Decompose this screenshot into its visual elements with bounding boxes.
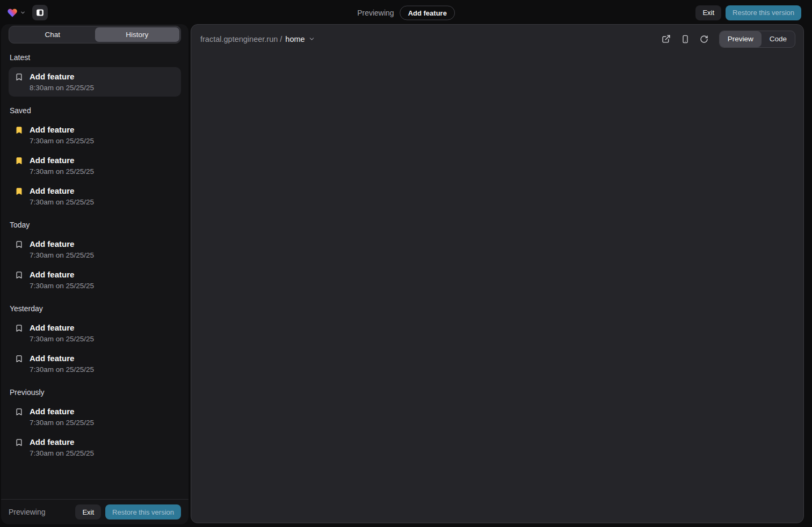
history-item-title: Add feature — [30, 125, 94, 134]
history-item-timestamp: 7:30am on 25/25/25 — [30, 167, 94, 175]
mobile-icon — [681, 35, 690, 43]
topbar: Previewing Add feature Exit Restore this… — [0, 0, 812, 25]
history-item-timestamp: 7:30am on 25/25/25 — [30, 419, 94, 427]
previewing-label: Previewing — [357, 9, 394, 17]
history-item[interactable]: Add feature7:30am on 25/25/25 — [9, 349, 181, 378]
history-sidebar: Chat History LatestAdd feature8:30am on … — [1, 24, 189, 524]
bookmark-filled-icon — [15, 126, 23, 134]
breadcrumb[interactable]: fractal.gptengineer.run / home — [200, 35, 315, 43]
tab-preview[interactable]: Preview — [720, 31, 762, 47]
history-item[interactable]: Add feature7:30am on 25/25/25 — [9, 402, 181, 431]
tab-history[interactable]: History — [95, 27, 180, 42]
topbar-right: Exit Restore this version — [695, 5, 801, 20]
history-list: LatestAdd feature8:30am on 25/25/25Saved… — [1, 43, 189, 499]
history-item[interactable]: Add feature8:30am on 25/25/25 — [9, 67, 181, 97]
refresh-icon — [700, 35, 708, 43]
history-item-timestamp: 7:30am on 25/25/25 — [30, 137, 94, 145]
restore-version-button[interactable]: Restore this version — [726, 5, 801, 20]
lovable-heart-logo-icon[interactable] — [6, 8, 18, 18]
sidebar-tabbar: Chat History — [9, 26, 181, 43]
history-item-timestamp: 7:30am on 25/25/25 — [30, 198, 94, 206]
breadcrumb-chevron-down-icon — [308, 35, 315, 42]
bookmark-outline-icon — [15, 438, 23, 447]
sidebar-footer: Previewing Exit Restore this version — [1, 499, 189, 524]
bookmark-outline-icon — [15, 240, 23, 248]
preview-header-actions: Preview Code — [661, 31, 795, 48]
history-item[interactable]: Add feature7:30am on 25/25/25 — [9, 265, 181, 295]
history-item-timestamp: 7:30am on 25/25/25 — [30, 251, 94, 259]
history-item-title: Add feature — [30, 270, 94, 279]
preview-panel: fractal.gptengineer.run / home — [191, 24, 804, 523]
open-in-new-tab-button[interactable] — [661, 33, 672, 45]
bookmark-outline-icon — [15, 73, 23, 81]
breadcrumb-domain: fractal.gptengineer.run / — [200, 35, 282, 43]
history-item-title: Add feature — [30, 437, 94, 447]
history-item-title: Add feature — [30, 156, 94, 165]
exit-button[interactable]: Exit — [695, 5, 721, 20]
external-link-icon — [662, 34, 671, 43]
section-title: Previously — [10, 388, 180, 397]
history-item-title: Add feature — [30, 239, 94, 248]
tab-chat[interactable]: Chat — [10, 27, 95, 42]
breadcrumb-page: home — [285, 35, 305, 43]
history-item-timestamp: 7:30am on 25/25/25 — [30, 282, 94, 290]
history-item-timestamp: 7:30am on 25/25/25 — [30, 335, 94, 343]
history-item-timestamp: 8:30am on 25/25/25 — [30, 84, 94, 92]
history-item-title: Add feature — [30, 72, 94, 81]
section-title: Today — [10, 221, 180, 229]
history-item-title: Add feature — [30, 323, 94, 332]
bookmark-filled-icon — [15, 187, 23, 195]
history-item[interactable]: Add feature7:30am on 25/25/25 — [9, 318, 181, 348]
history-item[interactable]: Add feature7:30am on 25/25/25 — [9, 151, 181, 180]
section-title: Latest — [10, 53, 180, 62]
bookmark-outline-icon — [15, 355, 23, 363]
version-name-pill[interactable]: Add feature — [400, 5, 455, 20]
mobile-view-button[interactable] — [680, 34, 691, 45]
sidebar-toggle-button[interactable] — [32, 5, 48, 20]
panel-left-icon — [35, 8, 45, 17]
footer-exit-button[interactable]: Exit — [75, 504, 101, 519]
history-item-title: Add feature — [30, 354, 94, 363]
logo-chevron-down-icon[interactable] — [20, 10, 26, 16]
history-item[interactable]: Add feature7:30am on 25/25/25 — [9, 181, 181, 211]
preview-code-toggle: Preview Code — [719, 31, 795, 48]
refresh-button[interactable] — [699, 34, 709, 45]
history-item[interactable]: Add feature7:30am on 25/25/25 — [9, 433, 181, 462]
bookmark-outline-icon — [15, 271, 23, 279]
footer-previewing-label: Previewing — [9, 508, 45, 516]
footer-restore-version-button[interactable]: Restore this version — [105, 504, 181, 519]
preview-header: fractal.gptengineer.run / home — [191, 25, 803, 53]
bookmark-filled-icon — [15, 157, 23, 165]
bookmark-outline-icon — [15, 324, 23, 332]
topbar-left — [6, 5, 48, 20]
history-item-timestamp: 7:30am on 25/25/25 — [30, 449, 94, 457]
bookmark-outline-icon — [15, 408, 23, 416]
section-title: Saved — [10, 106, 180, 115]
section-title: Yesterday — [10, 304, 180, 313]
history-item[interactable]: Add feature7:30am on 25/25/25 — [9, 120, 181, 150]
history-item-timestamp: 7:30am on 25/25/25 — [30, 365, 94, 374]
tab-code[interactable]: Code — [762, 31, 795, 47]
history-item-title: Add feature — [30, 186, 94, 195]
history-item[interactable]: Add feature7:30am on 25/25/25 — [9, 235, 181, 264]
history-item-title: Add feature — [30, 407, 94, 416]
preview-body — [191, 53, 803, 523]
topbar-center: Previewing Add feature — [357, 5, 455, 20]
